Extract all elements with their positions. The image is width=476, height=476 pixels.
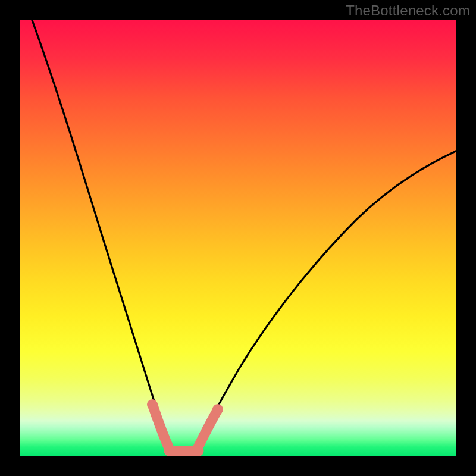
watermark-text: TheBottleneck.com: [346, 2, 470, 19]
marker-left-dot-top: [147, 399, 158, 410]
left-curve: [32, 20, 171, 452]
chart-frame: TheBottleneck.com: [0, 0, 476, 476]
marker-left-segment: [153, 406, 170, 451]
marker-right-dot-top: [212, 404, 223, 415]
plot-area: [20, 20, 456, 456]
curve-overlay: [20, 20, 456, 456]
right-curve: [195, 151, 456, 452]
marker-right-segment: [198, 411, 217, 449]
